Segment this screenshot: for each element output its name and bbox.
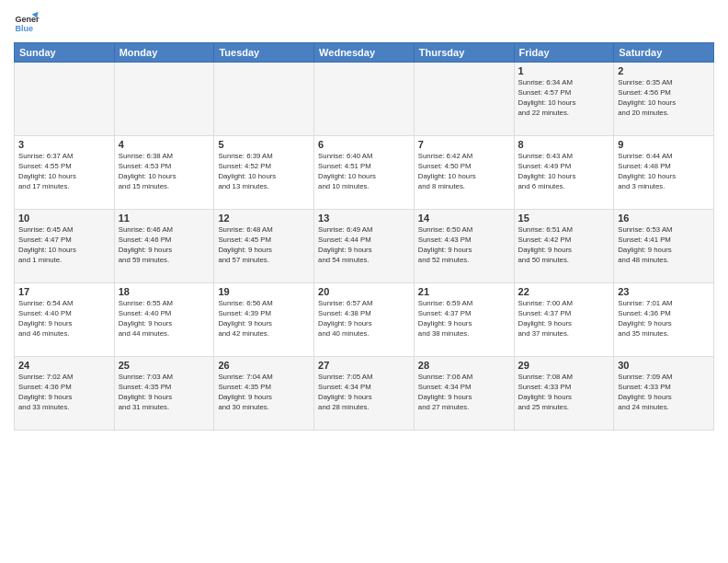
day-number: 26 (218, 360, 310, 371)
calendar-cell: 28Sunrise: 7:06 AM Sunset: 4:34 PM Dayli… (414, 357, 514, 431)
calendar-cell: 4Sunrise: 6:38 AM Sunset: 4:53 PM Daylig… (114, 136, 214, 210)
day-info: Sunrise: 6:34 AM Sunset: 4:57 PM Dayligh… (518, 78, 610, 119)
day-number: 30 (618, 360, 710, 371)
header: General Blue (14, 9, 714, 35)
svg-text:Blue: Blue (15, 24, 33, 33)
calendar-cell: 27Sunrise: 7:05 AM Sunset: 4:34 PM Dayli… (314, 357, 415, 431)
calendar-cell: 26Sunrise: 7:04 AM Sunset: 4:35 PM Dayli… (214, 357, 314, 431)
day-info: Sunrise: 7:06 AM Sunset: 4:34 PM Dayligh… (418, 373, 510, 413)
day-info: Sunrise: 7:04 AM Sunset: 4:35 PM Dayligh… (218, 373, 310, 413)
calendar-cell: 21Sunrise: 6:59 AM Sunset: 4:37 PM Dayli… (414, 283, 514, 357)
day-number: 11 (119, 213, 210, 224)
day-number: 4 (119, 139, 210, 150)
day-info: Sunrise: 6:56 AM Sunset: 4:39 PM Dayligh… (218, 299, 310, 339)
day-number: 2 (618, 65, 710, 76)
day-info: Sunrise: 7:08 AM Sunset: 4:33 PM Dayligh… (518, 373, 610, 413)
day-number: 21 (418, 286, 510, 297)
day-number: 25 (119, 360, 210, 371)
day-info: Sunrise: 7:09 AM Sunset: 4:33 PM Dayligh… (618, 373, 710, 413)
day-info: Sunrise: 6:40 AM Sunset: 4:51 PM Dayligh… (318, 152, 410, 192)
header-tuesday: Tuesday (214, 43, 314, 63)
day-info: Sunrise: 6:59 AM Sunset: 4:37 PM Dayligh… (418, 299, 510, 339)
calendar-cell: 1Sunrise: 6:34 AM Sunset: 4:57 PM Daylig… (514, 63, 614, 136)
calendar-cell: 30Sunrise: 7:09 AM Sunset: 4:33 PM Dayli… (614, 357, 714, 431)
day-info: Sunrise: 7:00 AM Sunset: 4:37 PM Dayligh… (518, 299, 610, 339)
day-number: 18 (119, 286, 210, 297)
day-number: 27 (318, 360, 410, 371)
day-info: Sunrise: 6:57 AM Sunset: 4:38 PM Dayligh… (318, 299, 410, 339)
calendar-cell: 10Sunrise: 6:45 AM Sunset: 4:47 PM Dayli… (15, 210, 115, 283)
calendar-cell: 17Sunrise: 6:54 AM Sunset: 4:40 PM Dayli… (15, 283, 115, 357)
logo-icon: General Blue (14, 9, 40, 35)
calendar-cell: 19Sunrise: 6:56 AM Sunset: 4:39 PM Dayli… (214, 283, 314, 357)
calendar-cell: 22Sunrise: 7:00 AM Sunset: 4:37 PM Dayli… (514, 283, 614, 357)
day-info: Sunrise: 6:51 AM Sunset: 4:42 PM Dayligh… (518, 225, 610, 266)
calendar-cell: 16Sunrise: 6:53 AM Sunset: 4:41 PM Dayli… (614, 210, 714, 283)
week-row-1: 1Sunrise: 6:34 AM Sunset: 4:57 PM Daylig… (15, 63, 714, 136)
calendar-cell: 25Sunrise: 7:03 AM Sunset: 4:35 PM Dayli… (114, 357, 214, 431)
day-info: Sunrise: 7:03 AM Sunset: 4:35 PM Dayligh… (119, 373, 210, 413)
week-row-5: 24Sunrise: 7:02 AM Sunset: 4:36 PM Dayli… (15, 357, 714, 431)
day-info: Sunrise: 7:05 AM Sunset: 4:34 PM Dayligh… (318, 373, 410, 413)
week-row-3: 10Sunrise: 6:45 AM Sunset: 4:47 PM Dayli… (15, 210, 714, 283)
day-number: 13 (318, 213, 410, 224)
day-info: Sunrise: 6:38 AM Sunset: 4:53 PM Dayligh… (119, 152, 210, 192)
calendar-cell: 23Sunrise: 7:01 AM Sunset: 4:36 PM Dayli… (614, 283, 714, 357)
day-info: Sunrise: 6:44 AM Sunset: 4:48 PM Dayligh… (618, 152, 710, 192)
day-info: Sunrise: 6:53 AM Sunset: 4:41 PM Dayligh… (618, 225, 710, 266)
calendar-cell (314, 63, 415, 136)
day-info: Sunrise: 6:48 AM Sunset: 4:45 PM Dayligh… (218, 225, 310, 266)
header-thursday: Thursday (414, 43, 514, 63)
day-info: Sunrise: 6:49 AM Sunset: 4:44 PM Dayligh… (318, 225, 410, 266)
day-info: Sunrise: 6:35 AM Sunset: 4:56 PM Dayligh… (618, 78, 710, 119)
calendar-cell (414, 63, 514, 136)
day-info: Sunrise: 6:50 AM Sunset: 4:43 PM Dayligh… (418, 225, 510, 266)
day-info: Sunrise: 6:42 AM Sunset: 4:50 PM Dayligh… (418, 152, 510, 192)
header-row: SundayMondayTuesdayWednesdayThursdayFrid… (15, 43, 714, 63)
day-number: 15 (518, 213, 610, 224)
day-number: 6 (318, 139, 410, 150)
day-info: Sunrise: 7:02 AM Sunset: 4:36 PM Dayligh… (18, 373, 110, 413)
day-number: 14 (418, 213, 510, 224)
calendar-cell: 7Sunrise: 6:42 AM Sunset: 4:50 PM Daylig… (414, 136, 514, 210)
calendar-cell (15, 63, 115, 136)
calendar-cell (214, 63, 314, 136)
calendar-cell (114, 63, 214, 136)
calendar-cell: 14Sunrise: 6:50 AM Sunset: 4:43 PM Dayli… (414, 210, 514, 283)
day-info: Sunrise: 7:01 AM Sunset: 4:36 PM Dayligh… (618, 299, 710, 339)
calendar-cell: 8Sunrise: 6:43 AM Sunset: 4:49 PM Daylig… (514, 136, 614, 210)
day-number: 9 (618, 139, 710, 150)
day-info: Sunrise: 6:43 AM Sunset: 4:49 PM Dayligh… (518, 152, 610, 192)
day-info: Sunrise: 6:37 AM Sunset: 4:55 PM Dayligh… (18, 152, 110, 192)
calendar-cell: 15Sunrise: 6:51 AM Sunset: 4:42 PM Dayli… (514, 210, 614, 283)
day-info: Sunrise: 6:55 AM Sunset: 4:40 PM Dayligh… (119, 299, 210, 339)
calendar-cell: 11Sunrise: 6:46 AM Sunset: 4:46 PM Dayli… (114, 210, 214, 283)
calendar-cell: 5Sunrise: 6:39 AM Sunset: 4:52 PM Daylig… (214, 136, 314, 210)
week-row-2: 3Sunrise: 6:37 AM Sunset: 4:55 PM Daylig… (15, 136, 714, 210)
calendar-cell: 9Sunrise: 6:44 AM Sunset: 4:48 PM Daylig… (614, 136, 714, 210)
day-number: 8 (518, 139, 610, 150)
calendar-table: SundayMondayTuesdayWednesdayThursdayFrid… (14, 42, 714, 431)
calendar-cell: 20Sunrise: 6:57 AM Sunset: 4:38 PM Dayli… (314, 283, 415, 357)
calendar-page: General Blue SundayMondayTuesdayWednesda… (0, 0, 728, 563)
day-info: Sunrise: 6:54 AM Sunset: 4:40 PM Dayligh… (18, 299, 110, 339)
day-number: 22 (518, 286, 610, 297)
day-number: 16 (618, 213, 710, 224)
week-row-4: 17Sunrise: 6:54 AM Sunset: 4:40 PM Dayli… (15, 283, 714, 357)
logo: General Blue (14, 9, 40, 35)
calendar-cell: 12Sunrise: 6:48 AM Sunset: 4:45 PM Dayli… (214, 210, 314, 283)
calendar-cell: 6Sunrise: 6:40 AM Sunset: 4:51 PM Daylig… (314, 136, 415, 210)
header-wednesday: Wednesday (314, 43, 415, 63)
day-number: 19 (218, 286, 310, 297)
day-number: 29 (518, 360, 610, 371)
day-info: Sunrise: 6:45 AM Sunset: 4:47 PM Dayligh… (18, 225, 110, 266)
header-sunday: Sunday (15, 43, 115, 63)
header-monday: Monday (114, 43, 214, 63)
calendar-cell: 29Sunrise: 7:08 AM Sunset: 4:33 PM Dayli… (514, 357, 614, 431)
day-number: 5 (218, 139, 310, 150)
calendar-cell: 13Sunrise: 6:49 AM Sunset: 4:44 PM Dayli… (314, 210, 415, 283)
day-number: 20 (318, 286, 410, 297)
day-info: Sunrise: 6:39 AM Sunset: 4:52 PM Dayligh… (218, 152, 310, 192)
day-number: 7 (418, 139, 510, 150)
day-number: 24 (18, 360, 110, 371)
